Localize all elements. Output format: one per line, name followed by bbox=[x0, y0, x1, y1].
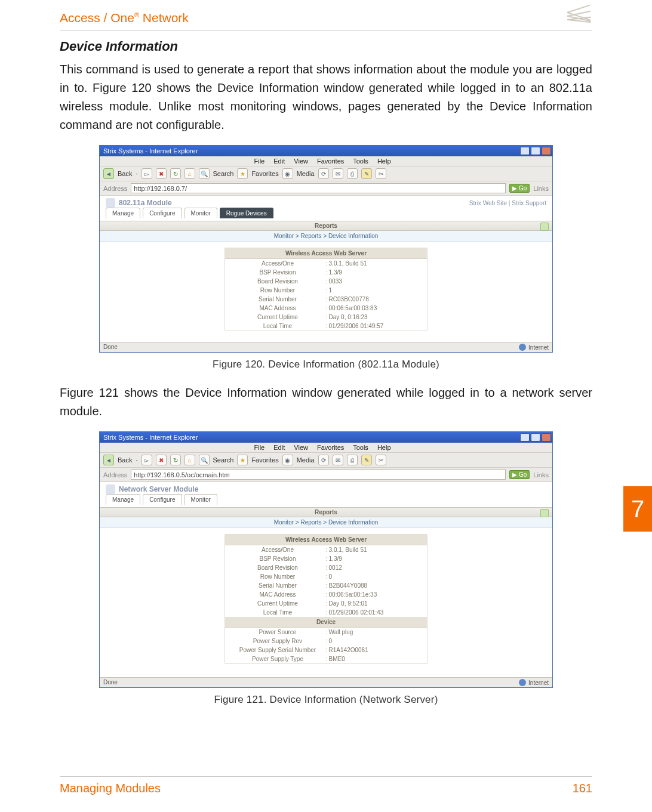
detail-key: Power Supply Serial Number bbox=[230, 647, 325, 653]
detail-value: Day 0, 0:16:23 bbox=[325, 314, 368, 320]
refresh-button-icon[interactable] bbox=[540, 223, 549, 231]
print-icon[interactable]: ⎙ bbox=[347, 168, 358, 179]
minimize-icon[interactable] bbox=[520, 147, 530, 155]
menu-bar[interactable]: File Edit View Favorites Tools Help bbox=[100, 443, 552, 452]
footer-page-number: 161 bbox=[573, 782, 592, 795]
edit-icon[interactable]: ✎ bbox=[361, 168, 372, 179]
menu-favorites[interactable]: Favorites bbox=[317, 158, 344, 165]
mail-icon[interactable]: ✉ bbox=[333, 168, 343, 179]
detail-value: 1 bbox=[325, 287, 332, 294]
tab-monitor[interactable]: Monitor bbox=[184, 208, 217, 218]
detail-value: Day 0, 9:52:01 bbox=[325, 600, 368, 607]
stop-icon[interactable]: ✖ bbox=[156, 455, 167, 465]
favorites-label[interactable]: Favorites bbox=[251, 170, 278, 177]
detail-key: Power Supply Type bbox=[230, 656, 325, 662]
minimize-icon[interactable] bbox=[520, 433, 530, 441]
tab-configure[interactable]: Configure bbox=[143, 494, 182, 505]
window-controls[interactable] bbox=[520, 147, 551, 155]
stop-icon[interactable]: ✖ bbox=[156, 168, 167, 179]
detail-value: 00:06:5a:00:1e:33 bbox=[325, 591, 377, 598]
tab-manage[interactable]: Manage bbox=[106, 494, 140, 505]
toolbar-sep: · bbox=[136, 170, 137, 177]
menu-edit[interactable]: Edit bbox=[273, 158, 285, 165]
edit-icon[interactable]: ✎ bbox=[361, 455, 372, 465]
cut-icon[interactable]: ✂ bbox=[376, 168, 386, 179]
forward-icon[interactable]: ▻ bbox=[142, 168, 152, 179]
detail-row: Local Time01/29/2006 02:01:43 bbox=[225, 608, 427, 617]
menu-tools[interactable]: Tools bbox=[353, 158, 368, 165]
back-label[interactable]: Back bbox=[118, 170, 132, 177]
search-icon[interactable]: 🔍 bbox=[199, 455, 210, 465]
history-icon[interactable]: ⟳ bbox=[318, 168, 329, 179]
footer-section: Managing Modules bbox=[60, 782, 161, 795]
search-label[interactable]: Search bbox=[213, 170, 234, 177]
favorites-icon[interactable]: ★ bbox=[237, 168, 248, 179]
media-label[interactable]: Media bbox=[297, 170, 315, 177]
forward-icon[interactable]: ▻ bbox=[142, 455, 152, 465]
address-label: Address bbox=[103, 185, 127, 192]
menu-view[interactable]: View bbox=[294, 158, 308, 165]
window-title-bar: Strix Systems - Internet Explorer bbox=[100, 432, 552, 443]
history-icon[interactable]: ⟳ bbox=[318, 455, 329, 465]
back-icon[interactable]: ◄ bbox=[103, 168, 114, 179]
status-bar: Done Internet bbox=[100, 677, 552, 687]
tab-monitor[interactable]: Monitor bbox=[184, 494, 217, 505]
detail-value: 0 bbox=[325, 638, 332, 644]
close-icon[interactable] bbox=[542, 433, 551, 441]
menu-tools[interactable]: Tools bbox=[353, 444, 368, 451]
maximize-icon[interactable] bbox=[531, 433, 540, 441]
menu-bar[interactable]: File Edit View Favorites Tools Help bbox=[100, 156, 552, 166]
home-icon[interactable]: ⌂ bbox=[184, 168, 195, 179]
detail-value: RC03BC00778 bbox=[325, 296, 369, 302]
detail-key: Current Uptime bbox=[230, 314, 325, 320]
tab-configure[interactable]: Configure bbox=[143, 208, 182, 218]
maximize-icon[interactable] bbox=[531, 147, 540, 155]
module-top-links[interactable]: Strix Web Site | Strix Support bbox=[469, 200, 546, 206]
close-icon[interactable] bbox=[542, 147, 551, 155]
links-label[interactable]: Links bbox=[533, 471, 549, 478]
menu-favorites[interactable]: Favorites bbox=[317, 444, 344, 451]
card-header-2: Device bbox=[225, 617, 427, 628]
back-label[interactable]: Back bbox=[118, 456, 132, 464]
module-header: Network Server Module bbox=[100, 482, 552, 494]
media-label[interactable]: Media bbox=[297, 456, 315, 464]
search-icon[interactable]: 🔍 bbox=[199, 168, 210, 179]
reports-heading: Reports bbox=[100, 221, 552, 231]
home-icon[interactable]: ⌂ bbox=[184, 455, 195, 465]
menu-view[interactable]: View bbox=[294, 444, 308, 451]
links-label[interactable]: Links bbox=[533, 185, 549, 192]
tab-rogue-devices[interactable]: Rogue Devices bbox=[220, 208, 273, 218]
window-controls[interactable] bbox=[520, 433, 551, 441]
menu-edit[interactable]: Edit bbox=[273, 444, 285, 451]
cut-icon[interactable]: ✂ bbox=[376, 455, 386, 465]
menu-help[interactable]: Help bbox=[377, 444, 391, 451]
chapter-tab: 7 bbox=[623, 486, 652, 532]
favorites-icon[interactable]: ★ bbox=[237, 455, 248, 465]
refresh-icon[interactable]: ↻ bbox=[170, 455, 181, 465]
detail-value: 01/29/2006 01:49:57 bbox=[325, 323, 383, 329]
menu-help[interactable]: Help bbox=[377, 158, 391, 165]
figure-121-screenshot: Strix Systems - Internet Explorer File E… bbox=[99, 431, 553, 688]
go-button[interactable]: ▶ Go bbox=[509, 184, 530, 193]
page-header-title: Access / One® Network bbox=[60, 11, 189, 25]
detail-value: 1.3/9 bbox=[325, 269, 342, 276]
tab-manage[interactable]: Manage bbox=[106, 208, 140, 218]
print-icon[interactable]: ⎙ bbox=[347, 455, 358, 465]
media-icon[interactable]: ◉ bbox=[282, 455, 293, 465]
media-icon[interactable]: ◉ bbox=[282, 168, 293, 179]
menu-file[interactable]: File bbox=[254, 444, 265, 451]
favorites-label[interactable]: Favorites bbox=[251, 456, 278, 464]
address-input[interactable]: http://192.168.0.7/ bbox=[131, 183, 506, 193]
menu-file[interactable]: File bbox=[254, 158, 265, 165]
module-header: 802.11a Module Strix Web Site | Strix Su… bbox=[100, 196, 552, 208]
search-label[interactable]: Search bbox=[213, 456, 234, 464]
back-icon[interactable]: ◄ bbox=[103, 455, 114, 465]
detail-row: Current UptimeDay 0, 0:16:23 bbox=[225, 313, 427, 322]
refresh-icon[interactable]: ↻ bbox=[170, 168, 181, 179]
address-input[interactable]: http://192.168.0.5/oc/ocmain.htm bbox=[131, 470, 506, 480]
mail-icon[interactable]: ✉ bbox=[333, 455, 343, 465]
module-tabs: Manage Configure Monitor bbox=[100, 494, 552, 507]
header-part1: Access / One bbox=[60, 11, 134, 24]
go-button[interactable]: ▶ Go bbox=[509, 470, 530, 479]
refresh-button-icon[interactable] bbox=[540, 509, 549, 517]
